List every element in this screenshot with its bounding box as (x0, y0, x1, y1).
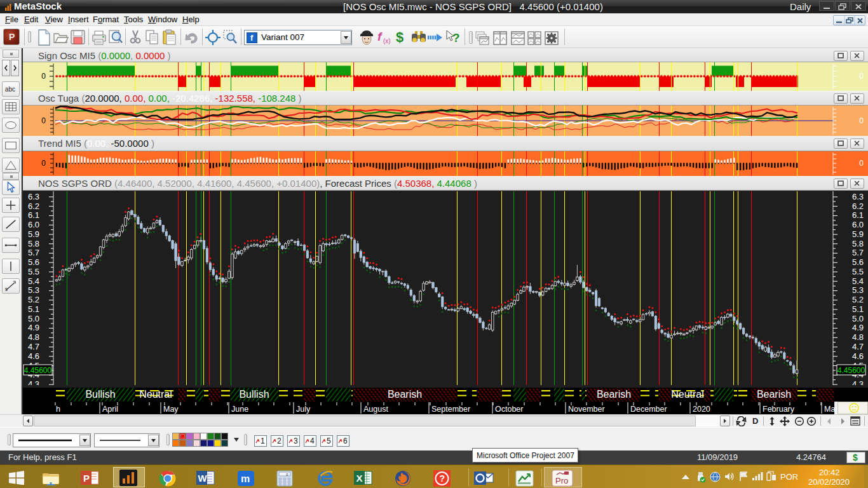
svg-text:6.1: 6.1 (28, 210, 39, 220)
svg-text:5.9: 5.9 (28, 229, 39, 239)
svg-text:5.6: 5.6 (28, 257, 39, 267)
svg-text:5.7: 5.7 (28, 248, 39, 257)
svg-text:1: 1 (261, 437, 265, 445)
svg-text:4.7: 4.7 (852, 342, 864, 351)
svg-text:5.1: 5.1 (852, 304, 864, 314)
svg-text:P: P (83, 473, 90, 484)
svg-text:6.1: 6.1 (852, 210, 864, 220)
svg-text:Bearish: Bearish (597, 389, 631, 400)
svg-text:October: October (495, 405, 523, 414)
svg-text:(x): (x) (383, 37, 391, 44)
svg-text:2020: 2020 (693, 405, 710, 414)
svg-text:4.45600: 4.45600 (837, 366, 865, 375)
svg-text:4.5: 4.5 (852, 361, 864, 370)
svg-text:4: 4 (310, 437, 315, 445)
svg-text:Bearish: Bearish (757, 389, 791, 400)
svg-text:5.1: 5.1 (28, 304, 39, 314)
svg-text:h: h (56, 405, 60, 414)
svg-text:4.9: 4.9 (852, 323, 864, 332)
svg-text:abc: abc (5, 86, 15, 93)
svg-text:5.5: 5.5 (852, 267, 864, 276)
svg-text:5.8: 5.8 (28, 239, 39, 248)
svg-text:5.2: 5.2 (28, 295, 39, 304)
svg-text:2: 2 (277, 437, 281, 445)
svg-text:December: December (630, 405, 667, 414)
svg-text:X: X (356, 473, 363, 484)
svg-text:Pro: Pro (555, 476, 568, 485)
svg-text:Neutral: Neutral (139, 389, 172, 400)
svg-text:4.8: 4.8 (852, 332, 864, 342)
svg-text:Neutral: Neutral (671, 389, 704, 400)
svg-text:4.45600: 4.45600 (24, 366, 52, 375)
svg-text:5.8: 5.8 (852, 239, 864, 248)
svg-text:5.4: 5.4 (28, 276, 39, 286)
svg-text:4.5: 4.5 (28, 361, 39, 370)
svg-text:6.2: 6.2 (28, 201, 39, 211)
svg-text:5.3: 5.3 (852, 285, 864, 295)
svg-text:5: 5 (327, 437, 331, 445)
svg-text:3: 3 (294, 437, 298, 445)
svg-text:Mar: Mar (824, 405, 838, 414)
svg-text:0: 0 (859, 116, 864, 125)
svg-text:?: ? (440, 473, 445, 484)
svg-text:4.6: 4.6 (28, 351, 39, 361)
svg-text:September: September (431, 405, 470, 414)
svg-text:6.0: 6.0 (852, 220, 864, 229)
svg-text:May: May (163, 405, 179, 414)
svg-text:0: 0 (41, 159, 46, 168)
svg-text:m: m (241, 473, 250, 484)
svg-text:5.2: 5.2 (852, 295, 864, 304)
svg-text:November: November (568, 405, 605, 414)
svg-text:6: 6 (343, 437, 348, 445)
svg-text:s: s (5, 287, 8, 292)
svg-text:5.4: 5.4 (852, 276, 864, 286)
svg-text:April: April (102, 405, 118, 414)
svg-text:5.9: 5.9 (852, 229, 864, 239)
svg-text:Bullish: Bullish (239, 389, 269, 400)
svg-text:July: July (296, 405, 311, 414)
svg-text:5.7: 5.7 (852, 248, 864, 257)
svg-text:4.6: 4.6 (852, 351, 864, 361)
svg-text:4.7: 4.7 (28, 342, 39, 351)
svg-text:5.6: 5.6 (852, 257, 864, 267)
svg-text:6.3: 6.3 (852, 192, 864, 201)
svg-text:Bearish: Bearish (388, 389, 422, 400)
svg-text:6.0: 6.0 (28, 220, 39, 229)
svg-text:0: 0 (859, 72, 864, 81)
svg-text:5.3: 5.3 (28, 285, 39, 295)
svg-text:6.3: 6.3 (28, 192, 39, 201)
svg-text:5.0: 5.0 (28, 314, 39, 323)
svg-text:4.4: 4.4 (28, 370, 39, 379)
svg-text:?: ? (452, 31, 460, 44)
svg-text:$: $ (396, 29, 403, 45)
svg-text:6.2: 6.2 (852, 201, 864, 211)
svg-text:4.8: 4.8 (28, 332, 39, 342)
svg-text:5.0: 5.0 (852, 314, 864, 323)
svg-text:February: February (763, 405, 795, 414)
svg-text:4.4: 4.4 (852, 370, 864, 379)
svg-text:f: f (377, 30, 383, 43)
svg-text:June: June (231, 405, 248, 414)
svg-text:Bullish: Bullish (85, 389, 115, 400)
svg-text:W: W (198, 473, 208, 484)
svg-text:0: 0 (41, 116, 46, 125)
svg-text:0: 0 (41, 72, 46, 81)
svg-text:0: 0 (859, 159, 864, 168)
svg-text:4.9: 4.9 (28, 323, 39, 332)
svg-text:August: August (363, 405, 388, 414)
svg-text:5.5: 5.5 (28, 267, 39, 276)
